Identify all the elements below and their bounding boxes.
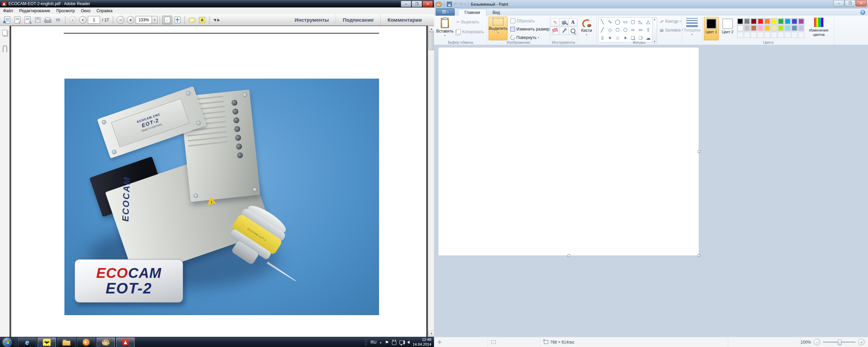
- paint-file-menu-button[interactable]: ▾: [436, 8, 455, 16]
- comments-panel-button[interactable]: Комментарии: [380, 14, 429, 25]
- palette-empty-slot[interactable]: [737, 32, 743, 38]
- color-picker-tool[interactable]: [559, 27, 569, 35]
- select-button[interactable]: Выделить ▾: [489, 17, 508, 40]
- shape-rounded-callout[interactable]: ❏: [631, 36, 635, 40]
- copy-button[interactable]: Копировать: [456, 29, 484, 34]
- cut-button[interactable]: ✂ Вырезать: [456, 20, 479, 24]
- shape-oval-callout[interactable]: ❍: [638, 36, 643, 40]
- taskbar-the-bat[interactable]: [38, 338, 56, 347]
- open-button[interactable]: [2, 16, 12, 24]
- taskbar-windows-explorer[interactable]: [57, 338, 76, 347]
- page-number-input[interactable]: [88, 16, 100, 24]
- tools-panel-button[interactable]: Инструменты: [288, 14, 336, 25]
- fullscreen-button[interactable]: [212, 16, 222, 24]
- menu-file[interactable]: Файл: [0, 8, 16, 13]
- create-pdf-button[interactable]: ✶: [12, 16, 22, 24]
- fit-width-button[interactable]: ↔: [162, 16, 172, 24]
- zoom-in-button[interactable]: +: [125, 16, 136, 24]
- palette-empty-slot[interactable]: [778, 32, 784, 38]
- palette-swatch[interactable]: [764, 18, 770, 24]
- color1-button[interactable]: Цвет 1: [704, 17, 719, 40]
- palette-empty-slot[interactable]: [764, 32, 770, 38]
- palette-swatch[interactable]: [791, 25, 797, 31]
- language-indicator[interactable]: RU: [371, 340, 376, 345]
- help-button[interactable]: ?: [860, 10, 865, 15]
- email-button[interactable]: ✉: [53, 16, 63, 24]
- taskbar-paint[interactable]: [97, 338, 115, 347]
- shape-triangle[interactable]: △: [646, 19, 650, 24]
- palette-swatch[interactable]: [798, 18, 804, 24]
- shape-five-point-star[interactable]: ☆: [615, 36, 620, 40]
- previous-page-button[interactable]: ▲: [67, 16, 78, 24]
- zoom-out-button[interactable]: −: [115, 16, 125, 24]
- scroll-down-arrow[interactable]: ▼: [429, 331, 434, 336]
- palette-empty-slot[interactable]: [751, 32, 757, 38]
- brushes-button[interactable]: Кисти ▾: [577, 17, 596, 40]
- crop-button[interactable]: Обрезать: [510, 18, 535, 23]
- highlight-text-button[interactable]: A: [197, 16, 207, 24]
- zoom-slider-track[interactable]: [823, 342, 855, 343]
- palette-swatch[interactable]: [785, 25, 791, 31]
- redo-button[interactable]: ↷: [459, 2, 463, 7]
- fit-page-button[interactable]: [172, 16, 182, 24]
- outline-button[interactable]: Контур ▾: [660, 19, 683, 24]
- palette-swatch[interactable]: [785, 18, 791, 24]
- scroll-up-arrow[interactable]: ▲: [429, 26, 434, 32]
- thickness-button[interactable]: Толщина ▾: [683, 17, 702, 40]
- zoom-slider-thumb[interactable]: [838, 340, 842, 345]
- palette-swatch[interactable]: [737, 18, 743, 24]
- action-center-flag-icon[interactable]: ⚑: [385, 340, 389, 345]
- color2-button[interactable]: Цвет 2: [720, 17, 735, 40]
- palette-swatch[interactable]: [791, 18, 797, 24]
- menu-help[interactable]: Справка: [94, 8, 116, 13]
- palette-empty-slot[interactable]: [744, 32, 750, 38]
- sign-panel-button[interactable]: Подписание: [336, 14, 380, 25]
- paint-minimize-button[interactable]: –: [833, 0, 844, 6]
- shape-up-arrow[interactable]: ⇧: [646, 27, 650, 32]
- canvas-resize-handle-bottom[interactable]: [568, 254, 570, 257]
- taskbar-internet-explorer[interactable]: e: [18, 338, 36, 347]
- fill-tool[interactable]: [559, 18, 569, 26]
- taskbar-adobe-reader[interactable]: [116, 338, 135, 347]
- shape-diamond[interactable]: ◇: [608, 27, 612, 32]
- quick-save-button[interactable]: [447, 2, 452, 7]
- rotate-button[interactable]: Повернуть ▾: [510, 35, 539, 40]
- taskbar-media-player[interactable]: ▶: [77, 338, 95, 347]
- zoom-in-button-paint[interactable]: +: [858, 339, 865, 345]
- show-hidden-icons-button[interactable]: ▲: [379, 341, 382, 344]
- palette-empty-slot[interactable]: [785, 32, 791, 38]
- palette-swatch[interactable]: [771, 25, 777, 31]
- shapes-gallery[interactable]: ╲ ∿ ◯ ▭ ▢ ◺ △ ╱ ◇ ⬡ ⬠ ⇨ ⇦ ⇧ ⇩ ✦ ☆ ✶ ❏ ❍: [598, 17, 652, 42]
- shape-fill-button[interactable]: Заливка ▾: [660, 28, 683, 33]
- palette-empty-slot[interactable]: [791, 32, 797, 38]
- close-button[interactable]: ✕: [422, 1, 433, 7]
- palette-swatch[interactable]: [751, 18, 757, 24]
- magnifier-tool[interactable]: [568, 27, 577, 35]
- palette-swatch[interactable]: [778, 25, 784, 31]
- text-tool[interactable]: A: [568, 18, 577, 26]
- palette-swatch[interactable]: [751, 25, 757, 31]
- tray-clock[interactable]: 12:48 14.04.2014: [413, 338, 431, 347]
- scrollbar-thumb[interactable]: [429, 32, 434, 50]
- print-button[interactable]: [43, 16, 53, 24]
- shape-right-triangle[interactable]: ╱: [601, 27, 604, 32]
- eraser-tool[interactable]: [551, 27, 560, 35]
- shape-down-arrow[interactable]: ⇩: [600, 36, 604, 40]
- tab-view[interactable]: Вид: [487, 9, 506, 16]
- menu-window[interactable]: Окно: [78, 8, 94, 13]
- palette-swatch[interactable]: [764, 25, 770, 31]
- paint-restore-button[interactable]: ❐: [845, 0, 855, 6]
- edit-colors-button[interactable]: Изменение цветов: [807, 18, 831, 37]
- next-page-button[interactable]: ▼: [78, 16, 88, 24]
- shape-left-arrow[interactable]: ⇦: [638, 27, 643, 32]
- palette-swatch[interactable]: [744, 18, 750, 24]
- canvas-resize-handle-corner[interactable]: [698, 254, 700, 257]
- zoom-level-input[interactable]: [136, 16, 152, 24]
- palette-swatch[interactable]: [778, 18, 784, 24]
- shape-hexagon[interactable]: ⬡: [615, 27, 619, 32]
- shapes-scroll-up[interactable]: ▲: [653, 18, 656, 21]
- palette-empty-slot[interactable]: [771, 32, 777, 38]
- pencil-tool[interactable]: ✎: [551, 18, 560, 26]
- save-button[interactable]: [33, 16, 43, 24]
- minimize-button[interactable]: –: [401, 1, 411, 7]
